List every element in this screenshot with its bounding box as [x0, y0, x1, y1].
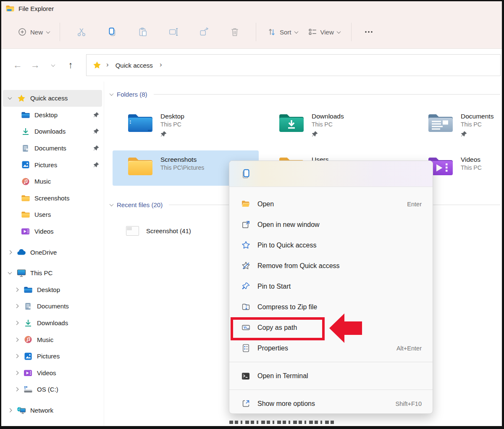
delete-button[interactable]: [219, 22, 250, 42]
pin-icon: [93, 128, 100, 134]
downloads-icon: [21, 127, 30, 136]
back-button[interactable]: ←: [9, 56, 26, 74]
music-icon: [21, 177, 30, 186]
view-button[interactable]: View: [303, 24, 345, 40]
chevron-right-icon[interactable]: [13, 355, 20, 358]
collapse-chevron-icon[interactable]: [110, 202, 114, 206]
sidebar-item-documents[interactable]: Documents: [1, 140, 104, 157]
window-title: File Explorer: [18, 5, 54, 12]
chevron-right-icon[interactable]: [6, 409, 13, 412]
zip-folder-icon: [241, 303, 251, 311]
folders-section-header[interactable]: Folders (8): [110, 91, 500, 98]
menu-item-pin-to-start[interactable]: Pin to Start: [229, 276, 433, 297]
folder-icon: [21, 194, 30, 202]
plus-circle-icon: [18, 28, 26, 36]
sidebar-item-screenshots[interactable]: Screenshots: [1, 190, 104, 207]
context-menu: Open Enter Open in new window Pin to Qui…: [229, 161, 433, 414]
sidebar-item-onedrive[interactable]: OneDrive: [1, 244, 104, 261]
menu-item-open-in-terminal[interactable]: Open in Terminal: [229, 366, 433, 386]
music-icon: [23, 335, 33, 344]
chevron-right-icon[interactable]: [13, 371, 20, 374]
new-button[interactable]: New: [14, 24, 54, 39]
sidebar-item-os-c[interactable]: OS (C:): [1, 381, 104, 398]
chevron-down-icon: [46, 29, 50, 34]
menu-item-open-in-new-window[interactable]: Open in new window: [229, 214, 433, 235]
red-arrow-annotation: [328, 312, 363, 344]
chevron-right-icon[interactable]: [13, 305, 20, 308]
menu-item-pin-to-quick-access[interactable]: Pin to Quick access: [229, 235, 433, 255]
menu-item-remove-from-quick-access[interactable]: Remove from Quick access: [229, 255, 433, 276]
menu-item-open[interactable]: Open Enter: [229, 194, 433, 214]
sidebar-item-users[interactable]: Users: [1, 206, 104, 223]
navigation-pane: Quick access Desktop Downloads Documents…: [1, 82, 104, 426]
chevron-right-icon[interactable]: [13, 321, 20, 324]
sidebar-item-pc-desktop[interactable]: Desktop: [1, 282, 104, 298]
share-icon: [199, 27, 209, 37]
view-icon: [308, 27, 317, 37]
chevron-right-icon[interactable]: [13, 388, 20, 391]
sidebar-item-network[interactable]: Network: [1, 402, 104, 419]
pin-icon: [93, 112, 100, 118]
sidebar-item-pc-music[interactable]: Music: [1, 331, 104, 348]
desktop-folder-icon: [23, 286, 33, 294]
chevron-right-icon[interactable]: [13, 338, 20, 341]
chevron-right-icon[interactable]: [13, 288, 20, 291]
sidebar-item-this-pc[interactable]: This PC: [1, 265, 104, 282]
chevron-down-icon[interactable]: [6, 271, 13, 274]
copy-button[interactable]: [97, 22, 127, 42]
copy-icon: [107, 27, 117, 37]
pictures-icon: [23, 352, 33, 361]
ellipsis-icon: [364, 27, 374, 37]
sort-icon: [267, 27, 276, 37]
copy-icon[interactable]: [241, 168, 252, 179]
show-more-options-icon: [241, 399, 251, 408]
see-more-button[interactable]: [357, 22, 380, 42]
recent-locations-button[interactable]: [44, 56, 62, 74]
sidebar-item-pictures[interactable]: Pictures: [1, 156, 104, 173]
sidebar-item-downloads[interactable]: Downloads: [1, 123, 104, 140]
desktop-folder-icon: [127, 111, 154, 134]
cut-button[interactable]: [66, 22, 97, 42]
title-bar: File Explorer: [1, 1, 502, 16]
folder-tile-desktop[interactable]: Desktop This PC: [113, 107, 259, 142]
chevron-right-icon[interactable]: [6, 251, 13, 254]
star-outline-icon: [241, 241, 251, 250]
folder-icon: [21, 211, 30, 218]
share-button[interactable]: [189, 22, 219, 42]
folder-tile-documents[interactable]: Documents This PC: [413, 107, 504, 142]
terminal-icon: [241, 371, 251, 381]
chevron-down-icon: [294, 29, 298, 34]
paste-icon: [138, 27, 148, 37]
address-bar[interactable]: › Quick access ›: [86, 54, 501, 76]
recent-file-screenshot-41[interactable]: Screenshot (41): [126, 223, 191, 238]
sort-button[interactable]: Sort: [262, 24, 303, 40]
desktop-folder-icon: [21, 111, 30, 119]
sidebar-item-pc-documents[interactable]: Documents: [1, 298, 104, 315]
chevron-down-icon[interactable]: [6, 97, 13, 100]
sidebar-item-pc-pictures[interactable]: Pictures: [1, 348, 104, 365]
menu-item-show-more-options[interactable]: Show more options Shift+F10: [229, 393, 433, 414]
pin-icon: [461, 131, 494, 137]
pin-icon: [93, 162, 100, 168]
highlight-box-copy-as-path: [231, 317, 325, 340]
paste-button[interactable]: [127, 22, 158, 42]
sidebar-item-desktop[interactable]: Desktop: [1, 107, 104, 124]
pin-icon: [312, 131, 344, 137]
sidebar-item-quick-access[interactable]: Quick access: [3, 90, 102, 107]
occluded-text-fragment: [229, 421, 335, 424]
collapse-chevron-icon[interactable]: [110, 92, 114, 96]
star-slash-icon: [241, 261, 251, 270]
sidebar-item-videos[interactable]: Videos: [1, 223, 104, 240]
pushpin-outline-icon: [241, 282, 251, 291]
pin-icon: [93, 145, 100, 151]
breadcrumb-quick-access[interactable]: Quick access: [114, 60, 155, 71]
sidebar-item-music[interactable]: Music: [1, 173, 104, 190]
quick-access-star-icon: [16, 94, 26, 103]
rename-button[interactable]: [158, 22, 189, 42]
folder-tile-downloads[interactable]: Downloads This PC: [264, 107, 410, 142]
up-button[interactable]: ↑: [62, 56, 79, 74]
sidebar-item-pc-downloads[interactable]: Downloads: [1, 315, 104, 332]
menu-divider: [229, 362, 433, 362]
sidebar-item-pc-videos[interactable]: Videos: [1, 365, 104, 382]
forward-button[interactable]: →: [26, 56, 44, 74]
